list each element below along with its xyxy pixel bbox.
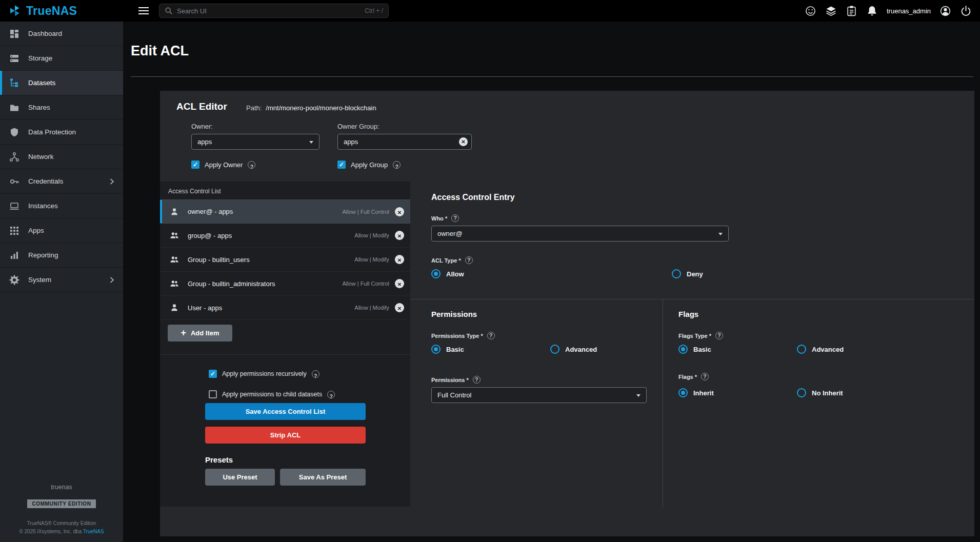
who-label-row: Who * xyxy=(431,214,459,222)
radio-selected-icon xyxy=(678,345,688,354)
tasks-clipboard-icon[interactable] xyxy=(846,5,857,17)
radio-unselected-icon xyxy=(797,345,806,354)
path-label: Path: xyxy=(246,104,262,112)
entry-who: Group - builtin_users xyxy=(188,256,354,264)
child-datasets-checkbox-row[interactable]: Apply permissions to child datasets xyxy=(209,390,335,398)
owner-group-field[interactable]: apps xyxy=(337,134,472,150)
help-icon[interactable] xyxy=(473,376,481,384)
sidebar-item-label: Network xyxy=(28,153,54,160)
acl-entry-builtin-users[interactable]: Group - builtin_users Allow | Modify xyxy=(160,248,410,272)
section-divider xyxy=(410,299,974,299)
user-account-icon[interactable] xyxy=(939,5,951,17)
apply-owner-checkbox-row[interactable]: Apply Owner xyxy=(191,160,255,169)
flags-no-inherit-radio[interactable]: No Inherit xyxy=(797,388,843,397)
topbar: TrueNAS Ctrl + / truenas_admin xyxy=(0,0,980,22)
feedback-smiley-icon[interactable] xyxy=(805,5,816,17)
use-preset-button[interactable]: Use Preset xyxy=(205,469,275,486)
recursive-label: Apply permissions recursively xyxy=(222,370,307,377)
remove-entry-icon[interactable] xyxy=(395,207,404,216)
save-as-preset-button[interactable]: Save As Preset xyxy=(280,469,366,486)
remove-entry-icon[interactable] xyxy=(395,231,404,240)
who-select[interactable]: owner@ xyxy=(431,226,729,242)
chevron-right-icon xyxy=(108,276,116,284)
logged-in-user[interactable]: truenas_admin xyxy=(887,7,931,15)
menu-toggle-icon[interactable] xyxy=(138,7,149,14)
path-value: /mnt/monero-pool/monero-blockchain xyxy=(266,104,376,112)
clear-owner-group-icon[interactable] xyxy=(459,137,468,146)
help-icon[interactable] xyxy=(393,161,401,169)
truenas-logo-icon xyxy=(8,4,22,17)
sidebar-item-apps[interactable]: Apps xyxy=(0,218,123,243)
acl-entry-owner[interactable]: owner@ - apps Allow | Full Control xyxy=(160,199,410,224)
remove-entry-icon[interactable] xyxy=(395,303,404,312)
sidebar-item-label: Datasets xyxy=(28,79,55,87)
notifications-bell-icon[interactable] xyxy=(866,5,878,17)
group-icon xyxy=(170,231,179,240)
sidebar-item-system[interactable]: System xyxy=(0,268,123,292)
sidebar-item-label: Instances xyxy=(28,202,58,210)
sidebar-item-data-protection[interactable]: Data Protection xyxy=(0,120,123,145)
acl-entry-user-apps[interactable]: User - apps Allow | Modify xyxy=(160,296,410,320)
ace-title: Access Control Entry xyxy=(431,193,515,202)
acl-list-title: Access Control List xyxy=(160,182,410,199)
sidebar-item-datasets[interactable]: Datasets xyxy=(0,71,123,95)
key-icon xyxy=(9,176,19,187)
sidebar-item-dashboard[interactable]: Dashboard xyxy=(0,22,123,46)
help-icon[interactable] xyxy=(451,214,459,222)
truenas-link[interactable]: TrueNAS xyxy=(83,529,104,534)
recursive-checkbox[interactable] xyxy=(209,370,217,378)
brand-name: TrueNAS xyxy=(26,4,77,18)
title-divider xyxy=(131,76,973,77)
flags-type-advanced-radio[interactable]: Advanced xyxy=(797,345,844,354)
acl-type-deny-radio[interactable]: Deny xyxy=(672,269,703,278)
sidebar-item-network[interactable]: Network xyxy=(0,145,123,169)
apply-owner-label: Apply Owner xyxy=(205,161,243,169)
entry-permission: Allow | Modify xyxy=(354,305,389,311)
help-icon[interactable] xyxy=(701,373,709,380)
sidebar-item-credentials[interactable]: Credentials xyxy=(0,169,123,194)
remove-entry-icon[interactable] xyxy=(395,255,404,264)
user-icon xyxy=(170,207,179,216)
apply-owner-checkbox[interactable] xyxy=(191,160,199,169)
permissions-type-advanced-radio[interactable]: Advanced xyxy=(550,345,597,354)
user-icon xyxy=(170,303,179,312)
search-shortcut: Ctrl + / xyxy=(365,7,383,14)
permissions-type-basic-radio[interactable]: Basic xyxy=(431,345,464,354)
power-icon[interactable] xyxy=(960,5,972,17)
add-item-button[interactable]: Add Item xyxy=(168,325,232,342)
apply-group-checkbox-row[interactable]: Apply Group xyxy=(337,160,401,169)
help-icon[interactable] xyxy=(312,370,319,378)
sidebar-item-instances[interactable]: Instances xyxy=(0,194,123,218)
acl-entry-builtin-administrators[interactable]: Group - builtin_administrators Allow | F… xyxy=(160,272,410,296)
flags-inherit-radio[interactable]: Inherit xyxy=(678,388,714,397)
sidebar-item-label: Apps xyxy=(28,227,44,234)
strip-acl-button[interactable]: Strip ACL xyxy=(205,427,366,444)
help-icon[interactable] xyxy=(248,161,255,169)
sidebar-item-reporting[interactable]: Reporting xyxy=(0,243,123,268)
copyright-text: © 2025 iXsystems, Inc. dba TrueNAS xyxy=(0,529,123,534)
sidebar-item-shares[interactable]: Shares xyxy=(0,95,123,120)
flags-type-basic-radio[interactable]: Basic xyxy=(678,345,711,354)
save-acl-button[interactable]: Save Access Control List xyxy=(205,403,366,420)
help-icon[interactable] xyxy=(327,391,335,398)
sidebar-item-label: Reporting xyxy=(28,251,58,259)
jobs-layers-icon[interactable] xyxy=(825,5,837,17)
child-datasets-checkbox[interactable] xyxy=(209,390,217,398)
search-box: Ctrl + / xyxy=(159,4,389,18)
owner-select[interactable]: apps xyxy=(191,134,319,150)
remove-entry-icon[interactable] xyxy=(395,279,404,288)
help-icon[interactable] xyxy=(465,256,473,264)
sidebar-item-storage[interactable]: Storage xyxy=(0,46,123,71)
acl-type-label-row: ACL Type * xyxy=(431,256,473,264)
truenas-logo[interactable]: TrueNAS xyxy=(0,4,123,18)
acl-type-allow-radio[interactable]: Allow xyxy=(431,269,464,278)
edition-badge[interactable]: COMMUNITY EDITION xyxy=(27,499,95,508)
sidebar-item-label: Dashboard xyxy=(28,30,62,37)
recursive-checkbox-row[interactable]: Apply permissions recursively xyxy=(209,370,319,378)
help-icon[interactable] xyxy=(715,332,723,339)
help-icon[interactable] xyxy=(487,332,495,339)
acl-entry-group[interactable]: group@ - apps Allow | Modify xyxy=(160,224,410,248)
permissions-select[interactable]: Full Control xyxy=(431,387,647,403)
search-input[interactable] xyxy=(177,7,361,15)
apply-group-checkbox[interactable] xyxy=(337,160,346,169)
